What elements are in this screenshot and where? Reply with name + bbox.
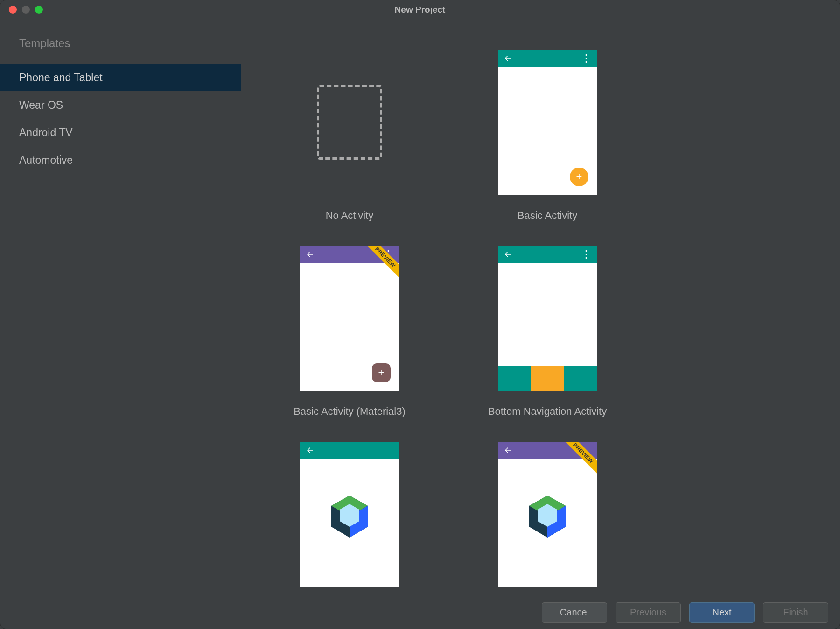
template-thumbnail <box>300 50 399 195</box>
sidebar-item-phone-tablet[interactable]: Phone and Tablet <box>0 64 241 91</box>
maximize-window-button[interactable] <box>35 6 43 14</box>
button-label: Cancel <box>560 607 589 618</box>
template-label: No Activity <box>326 210 374 222</box>
templates-grid: No Activity ⋮ + Basic Activity ⋮ <box>241 19 840 596</box>
traffic-lights <box>0 6 43 14</box>
compose-cube-icon <box>331 496 368 538</box>
overflow-menu-icon: ⋮ <box>581 56 591 61</box>
template-no-activity[interactable]: No Activity <box>251 38 448 234</box>
sidebar-item-android-tv[interactable]: Android TV <box>0 119 241 147</box>
next-button[interactable]: Next <box>689 602 755 623</box>
button-label: Previous <box>630 607 666 618</box>
bottom-nav-bar <box>498 366 597 391</box>
sidebar-item-label: Phone and Tablet <box>19 71 103 84</box>
fab-icon: + <box>570 168 588 186</box>
template-empty-compose-activity[interactable]: Empty Compose Activity <box>251 430 448 596</box>
button-label: Finish <box>783 607 808 618</box>
fab-icon: + <box>372 363 391 382</box>
template-bottom-navigation-activity[interactable]: ⋮ Bottom Navigation Activity <box>448 234 646 430</box>
button-label: Next <box>712 607 731 618</box>
sidebar-item-label: Automotive <box>19 154 73 166</box>
wizard-button-bar: Cancel Previous Next Finish <box>0 596 840 629</box>
template-label: Bottom Navigation Activity <box>488 405 607 418</box>
back-arrow-icon <box>504 250 512 259</box>
minimize-window-button[interactable] <box>22 6 30 14</box>
appbar: ⋮ <box>498 50 597 67</box>
template-thumbnail: ⋮ + <box>498 50 597 195</box>
sidebar-item-label: Wear OS <box>19 99 63 111</box>
appbar <box>300 442 399 459</box>
sidebar-item-label: Android TV <box>19 126 73 139</box>
template-thumbnail: ⋮ PREVIEW + <box>300 246 399 391</box>
new-project-window: New Project Templates Phone and Tablet W… <box>0 0 840 629</box>
sidebar-item-wear-os[interactable]: Wear OS <box>0 91 241 119</box>
sidebar-item-automotive[interactable]: Automotive <box>0 147 241 174</box>
finish-button[interactable]: Finish <box>763 602 828 623</box>
titlebar: New Project <box>0 0 840 19</box>
close-window-button[interactable] <box>9 6 17 14</box>
back-arrow-icon <box>504 54 512 63</box>
dialog-body: Templates Phone and Tablet Wear OS Andro… <box>0 19 840 596</box>
previous-button[interactable]: Previous <box>616 602 681 623</box>
appbar: ⋮ <box>498 246 597 263</box>
template-empty-compose-activity-material3[interactable]: PREVIEW Empty Compose Activity (Material… <box>448 430 646 596</box>
template-label: Basic Activity (Material3) <box>294 405 406 418</box>
back-arrow-icon <box>504 446 512 454</box>
template-basic-activity[interactable]: ⋮ + Basic Activity <box>448 38 646 234</box>
sidebar: Templates Phone and Tablet Wear OS Andro… <box>0 19 241 596</box>
dashed-rectangle-icon <box>317 85 382 160</box>
compose-cube-icon <box>529 496 566 538</box>
window-title: New Project <box>395 5 446 15</box>
cancel-button[interactable]: Cancel <box>542 602 607 623</box>
overflow-menu-icon: ⋮ <box>581 252 591 257</box>
back-arrow-icon <box>306 446 314 454</box>
template-thumbnail: ⋮ <box>498 246 597 391</box>
template-thumbnail: PREVIEW <box>498 442 597 587</box>
back-arrow-icon <box>306 250 314 259</box>
template-label: Basic Activity <box>518 210 577 222</box>
sidebar-heading: Templates <box>0 37 241 64</box>
template-thumbnail <box>300 442 399 587</box>
template-basic-activity-material3[interactable]: ⋮ PREVIEW + Basic Activity (Material3) <box>251 234 448 430</box>
